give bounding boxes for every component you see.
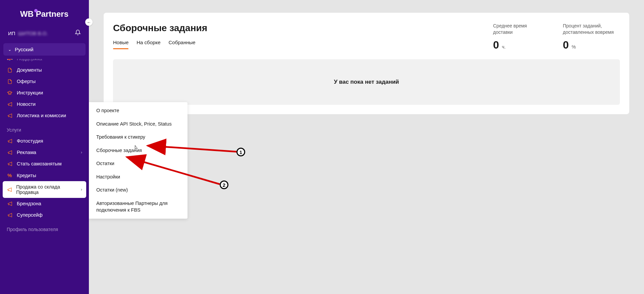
sidebar: WB Partners ИП ШИТОВ В.О. ⌄ Русский 📣 По… (0, 0, 89, 294)
nav-list: 📣 Поддержка Документы Оферты Инструкции (0, 59, 89, 235)
stats-block: Среднее время доставки 0 ч. Процент зада… (493, 23, 620, 51)
submenu-item-fbs-partners[interactable]: Авторизованные Партнеры для подключения … (89, 197, 187, 217)
page-title: Сборочные задания (113, 23, 493, 33)
sidebar-item-documents[interactable]: Документы (0, 64, 89, 76)
submenu-item-sticker-req[interactable]: Требования к стикеру (89, 131, 187, 144)
megaphone-icon (7, 161, 13, 166)
document-icon (7, 68, 13, 73)
megaphone-icon (7, 201, 13, 206)
content-card: Сборочные задания Новые На сборке Собран… (104, 13, 629, 114)
chevron-right-icon: › (81, 187, 82, 192)
tabs: Новые На сборке Собранные (113, 40, 493, 49)
sidebar-item-self-employed[interactable]: Стать самозанятым (0, 158, 89, 169)
logo: WB Partners (0, 0, 89, 27)
section-label-services: Услуги (0, 121, 89, 135)
megaphone-icon: 📣 (7, 59, 13, 61)
arrow-left-icon: ← (87, 20, 91, 25)
logo-text: WB Partners (20, 9, 68, 19)
sidebar-item-supersafe[interactable]: Суперсейф (0, 209, 89, 221)
document-icon (7, 79, 13, 84)
card-header: Сборочные задания Новые На сборке Собран… (113, 23, 620, 51)
language-label: Русский (15, 47, 34, 52)
sidebar-item-credits[interactable]: % Кредиты (0, 169, 89, 181)
section-label-profile: Профиль пользователя (0, 221, 89, 235)
user-name: ИП ШИТОВ В.О. (8, 30, 48, 36)
sidebar-item-logistics[interactable]: Логистика и комиссии (0, 110, 89, 121)
megaphone-icon (7, 113, 13, 118)
sidebar-item-seller-warehouse[interactable]: Продажа со склада Продавца › (3, 181, 86, 198)
logo-dot-icon (34, 9, 38, 12)
megaphone-icon (7, 150, 13, 155)
submenu-item-settings[interactable]: Настройки (89, 170, 187, 184)
stat-ontime-percent: Процент заданий, доставленных вовремя 0 … (563, 23, 616, 51)
tab-new[interactable]: Новые (113, 40, 128, 49)
submenu-item-api-desc[interactable]: Описание API Stock, Price, Status (89, 118, 187, 131)
tab-assembled[interactable]: Собранные (168, 40, 195, 49)
sidebar-item-support[interactable]: 📣 Поддержка (0, 59, 89, 64)
chevron-right-icon: › (81, 150, 82, 155)
submenu-item-stock[interactable]: Остатки (89, 157, 187, 170)
megaphone-icon (7, 102, 13, 107)
submenu-item-about[interactable]: О проекте (89, 104, 187, 118)
sidebar-item-offers[interactable]: Оферты (0, 76, 89, 87)
graduation-icon (7, 90, 13, 95)
megaphone-icon (7, 213, 13, 218)
bell-icon[interactable] (75, 29, 81, 37)
stat-avg-delivery: Среднее время доставки 0 ч. (493, 23, 547, 51)
sidebar-item-brandzone[interactable]: Брендзона (0, 198, 89, 209)
empty-state: У вас пока нет заданий (113, 59, 620, 105)
submenu-seller-warehouse: О проекте Описание API Stock, Price, Sta… (89, 102, 187, 219)
submenu-item-assembly-tasks[interactable]: Сборочные задания (89, 144, 187, 157)
sidebar-item-instructions[interactable]: Инструкции (0, 87, 89, 98)
sidebar-collapse-button[interactable]: ← (85, 18, 93, 26)
chevron-down-icon: ⌄ (8, 47, 11, 52)
sidebar-item-photostudio[interactable]: Фотостудия (0, 135, 89, 147)
submenu-item-stock-new[interactable]: Остатки (new) (89, 183, 187, 197)
percent-icon: % (7, 172, 13, 178)
sidebar-item-news[interactable]: Новости (0, 98, 89, 110)
user-row[interactable]: ИП ШИТОВ В.О. (0, 27, 89, 40)
megaphone-icon (7, 187, 12, 192)
sidebar-item-advertising[interactable]: Реклама › (0, 147, 89, 158)
megaphone-icon (7, 139, 13, 144)
tab-assembling[interactable]: На сборке (137, 40, 160, 49)
language-selector[interactable]: ⌄ Русский (3, 43, 86, 56)
